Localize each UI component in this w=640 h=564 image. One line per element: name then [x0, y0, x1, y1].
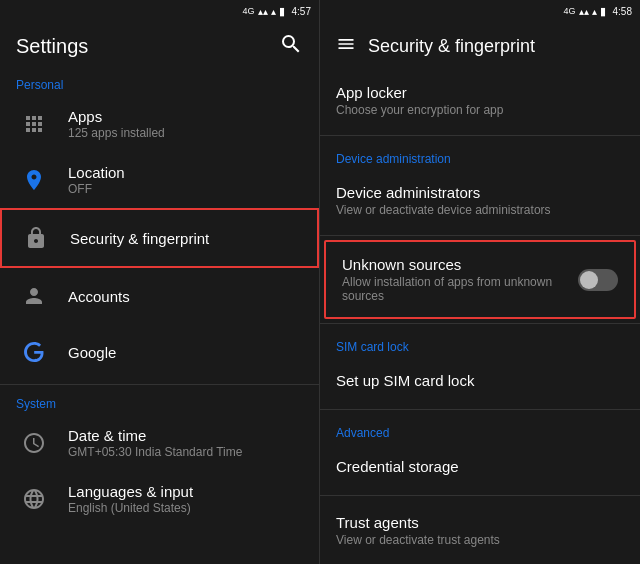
wifi-indicator-right: ▴ [592, 6, 597, 17]
sidebar-item-datetime[interactable]: Date & time GMT+05:30 India Standard Tim… [0, 415, 319, 471]
sidebar-item-google[interactable]: Google [0, 324, 319, 380]
datetime-title: Date & time [68, 427, 242, 444]
right-header: Security & fingerprint [320, 22, 640, 70]
divider-unknown-sources [320, 235, 640, 236]
lock-icon [18, 220, 54, 256]
location-item-text: Location OFF [68, 164, 125, 196]
unknown-sources-toggle[interactable] [578, 269, 618, 291]
language-title: Languages & input [68, 483, 193, 500]
language-subtitle: English (United States) [68, 501, 193, 515]
unknown-sources-row: Unknown sources Allow installation of ap… [342, 256, 618, 303]
location-title: Location [68, 164, 125, 181]
section-device-administration: Device administration [320, 140, 640, 170]
network-indicator-right: 4G [564, 6, 576, 16]
hamburger-menu-icon[interactable] [336, 34, 356, 59]
globe-icon [16, 481, 52, 517]
clock-icon [16, 425, 52, 461]
battery-right: ▮ [600, 5, 606, 18]
right-panel: 4G ▴▴ ▴ ▮ 4:58 Security & fingerprint Ap… [320, 0, 640, 564]
setup-sim-title: Set up SIM card lock [336, 372, 624, 389]
time-left: 4:57 [292, 6, 311, 17]
network-indicator-left: 4G [243, 6, 255, 16]
page-title-left: Settings [16, 35, 88, 58]
language-item-text: Languages & input English (United States… [68, 483, 193, 515]
status-bar-right: 4G ▴▴ ▴ ▮ 4:58 [320, 0, 640, 22]
status-bar-left: 4G ▴▴ ▴ ▮ 4:57 [0, 0, 319, 22]
datetime-item-text: Date & time GMT+05:30 India Standard Tim… [68, 427, 242, 459]
trust-agents-subtitle: View or deactivate trust agents [336, 533, 624, 547]
wifi-indicator-left: ▴ [271, 6, 276, 17]
security-title: Security & fingerprint [70, 230, 209, 247]
divider-advanced [320, 409, 640, 410]
sidebar-item-security[interactable]: Security & fingerprint [0, 208, 319, 268]
divider-sim [320, 323, 640, 324]
google-title: Google [68, 344, 116, 361]
accounts-item-text: Accounts [68, 288, 130, 305]
section-advanced: Advanced [320, 414, 640, 444]
person-icon [16, 278, 52, 314]
datetime-subtitle: GMT+05:30 India Standard Time [68, 445, 242, 459]
time-right: 4:58 [613, 6, 632, 17]
sidebar-item-language[interactable]: Languages & input English (United States… [0, 471, 319, 527]
sidebar-item-apps[interactable]: Apps 125 apps installed [0, 96, 319, 152]
signal-bars-right: ▴▴ [579, 6, 589, 17]
right-panel-title: Security & fingerprint [368, 36, 535, 57]
signal-bars-left: ▴▴ [258, 6, 268, 17]
google-item-text: Google [68, 344, 116, 361]
unknown-sources-text: Unknown sources Allow installation of ap… [342, 256, 578, 303]
toggle-knob [580, 271, 598, 289]
search-button[interactable] [279, 32, 303, 61]
divider-system [0, 384, 319, 385]
status-icons-left: 4G ▴▴ ▴ ▮ 4:57 [243, 5, 311, 18]
sidebar-item-location[interactable]: Location OFF [0, 152, 319, 208]
divider-trust [320, 495, 640, 496]
app-locker-subtitle: Choose your encryption for app [336, 103, 624, 117]
trust-agents-title: Trust agents [336, 514, 624, 531]
right-content-scroll[interactable]: App locker Choose your encryption for ap… [320, 70, 640, 564]
section-sim-card-lock: SIM card lock [320, 328, 640, 358]
device-admins-subtitle: View or deactivate device administrators [336, 203, 624, 217]
section-personal: Personal [0, 70, 319, 96]
left-header: Settings [0, 22, 319, 70]
credential-storage-title: Credential storage [336, 458, 624, 475]
app-locker-title: App locker [336, 84, 624, 101]
apps-icon [16, 106, 52, 142]
unknown-sources-title: Unknown sources [342, 256, 578, 273]
sidebar-item-accounts[interactable]: Accounts [0, 268, 319, 324]
accounts-title: Accounts [68, 288, 130, 305]
right-item-device-admins[interactable]: Device administrators View or deactivate… [320, 170, 640, 231]
device-admins-title: Device administrators [336, 184, 624, 201]
right-item-unknown-sources[interactable]: Unknown sources Allow installation of ap… [324, 240, 636, 319]
unknown-sources-subtitle: Allow installation of apps from unknown … [342, 275, 578, 303]
battery-left: ▮ [279, 5, 285, 18]
divider-device-admin [320, 135, 640, 136]
security-item-text: Security & fingerprint [70, 230, 209, 247]
right-item-app-locker[interactable]: App locker Choose your encryption for ap… [320, 70, 640, 131]
right-item-credential-storage[interactable]: Credential storage [320, 444, 640, 491]
apps-subtitle: 125 apps installed [68, 126, 165, 140]
right-item-trust-agents[interactable]: Trust agents View or deactivate trust ag… [320, 500, 640, 561]
google-icon [16, 334, 52, 370]
apps-item-text: Apps 125 apps installed [68, 108, 165, 140]
left-panel: 4G ▴▴ ▴ ▮ 4:57 Settings Personal Apps 12… [0, 0, 320, 564]
apps-title: Apps [68, 108, 165, 125]
location-subtitle: OFF [68, 182, 125, 196]
right-item-setup-sim[interactable]: Set up SIM card lock [320, 358, 640, 405]
location-icon [16, 162, 52, 198]
status-icons-right: 4G ▴▴ ▴ ▮ 4:58 [564, 5, 632, 18]
section-system: System [0, 389, 319, 415]
